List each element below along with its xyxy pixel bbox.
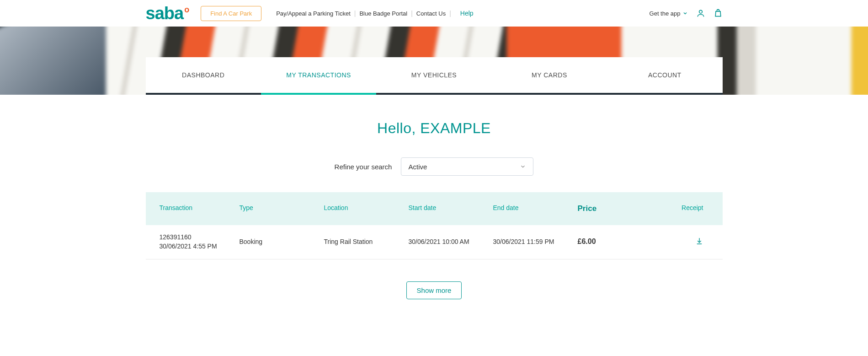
hero-banner: DASHBOARD MY TRANSACTIONS MY VEHICLES MY… [0, 27, 868, 95]
user-icon[interactable] [696, 9, 705, 18]
tab-account[interactable]: ACCOUNT [607, 57, 722, 95]
col-location: Location [324, 204, 409, 213]
refine-selected-value: Active [408, 163, 427, 171]
col-receipt: Receipt [658, 204, 703, 213]
top-nav: Pay/Appeal a Parking Ticket | Blue Badge… [275, 10, 473, 17]
refine-row: Refine your search Active [146, 157, 723, 176]
table-header: Transaction Type Location Start date End… [146, 192, 723, 225]
download-receipt-button[interactable] [695, 237, 703, 245]
get-app-label: Get the app [650, 10, 681, 17]
col-end-date: End date [493, 204, 578, 213]
header-right: Get the app [650, 9, 723, 18]
tab-my-transactions[interactable]: MY TRANSACTIONS [261, 57, 376, 95]
cell-start-date: 30/06/2021 10:00 AM [409, 238, 493, 245]
logo[interactable]: saba o [146, 5, 188, 22]
nav-separator: | [411, 10, 413, 17]
nav-separator: | [354, 10, 356, 17]
cell-receipt [658, 237, 703, 247]
tab-my-vehicles[interactable]: MY VEHICLES [376, 57, 491, 95]
main-content: Hello, EXAMPLE Refine your search Active… [146, 120, 723, 299]
table-row: 126391160 30/06/2021 4:55 PM Booking Tri… [146, 225, 723, 259]
col-type: Type [240, 204, 324, 213]
col-price: Price [578, 204, 658, 213]
tab-dashboard[interactable]: DASHBOARD [146, 57, 261, 95]
top-header: saba o Find A Car Park Pay/Appeal a Park… [146, 0, 723, 27]
chevron-down-icon [682, 11, 688, 16]
cell-price: £6.00 [578, 237, 658, 246]
refine-label: Refine your search [335, 163, 392, 171]
greeting-title: Hello, EXAMPLE [146, 120, 723, 137]
transaction-timestamp: 30/06/2021 4:55 PM [160, 243, 240, 250]
logo-accent-icon: o [184, 5, 189, 14]
nav-help[interactable]: Help [460, 10, 474, 17]
svg-point-0 [699, 10, 702, 13]
col-start-date: Start date [409, 204, 493, 213]
get-the-app-dropdown[interactable]: Get the app [650, 10, 688, 17]
account-tabs: DASHBOARD MY TRANSACTIONS MY VEHICLES MY… [146, 57, 723, 95]
logo-text: saba [146, 5, 184, 22]
cell-location: Tring Rail Station [324, 238, 409, 245]
chevron-down-icon [520, 163, 526, 170]
tab-my-cards[interactable]: MY CARDS [492, 57, 607, 95]
find-car-park-button[interactable]: Find A Car Park [201, 6, 261, 21]
transaction-id: 126391160 [160, 233, 240, 241]
transactions-table: Transaction Type Location Start date End… [146, 192, 723, 259]
nav-blue-badge[interactable]: Blue Badge Portal [358, 10, 408, 17]
nav-pay-ticket[interactable]: Pay/Appeal a Parking Ticket [275, 10, 351, 17]
col-transaction: Transaction [160, 204, 240, 213]
nav-contact[interactable]: Contact Us [415, 10, 447, 17]
bag-icon[interactable] [714, 9, 723, 18]
nav-separator: | [449, 10, 451, 17]
cell-transaction: 126391160 30/06/2021 4:55 PM [160, 233, 240, 250]
cell-type: Booking [240, 238, 324, 245]
refine-select[interactable]: Active [401, 157, 533, 176]
cell-end-date: 30/06/2021 11:59 PM [493, 238, 578, 245]
show-more-button[interactable]: Show more [406, 281, 462, 299]
download-icon [695, 237, 703, 245]
